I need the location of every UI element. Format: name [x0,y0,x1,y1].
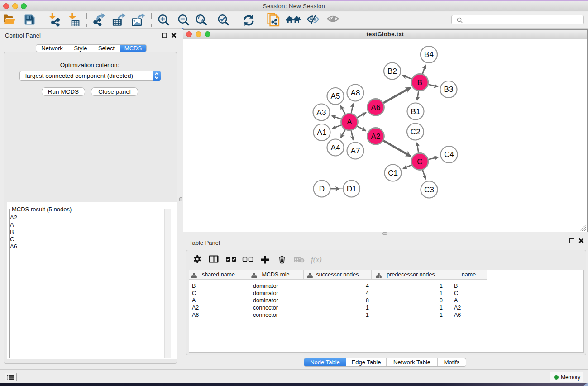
svg-text:C4: C4 [444,150,454,159]
svg-text:B: B [417,78,422,87]
svg-text:C: C [417,157,422,166]
svg-text:C3: C3 [424,186,434,194]
svg-text:D1: D1 [347,185,357,193]
svg-text:D: D [319,185,325,193]
svg-text:A2: A2 [371,132,381,141]
svg-text:C2: C2 [411,128,421,136]
svg-text:A4: A4 [331,143,340,152]
svg-text:A5: A5 [331,92,340,100]
svg-text:A8: A8 [351,89,360,97]
svg-text:A1: A1 [317,128,327,137]
svg-text:A7: A7 [351,147,360,155]
svg-text:B3: B3 [444,85,454,94]
svg-text:A: A [347,118,352,126]
svg-text:C1: C1 [388,169,398,177]
svg-text:B2: B2 [387,67,397,76]
svg-text:B4: B4 [424,50,434,59]
svg-text:A6: A6 [371,103,381,112]
svg-text:f(x): f(x) [311,255,322,264]
svg-text:B1: B1 [411,107,421,116]
svg-text:A3: A3 [317,108,326,117]
